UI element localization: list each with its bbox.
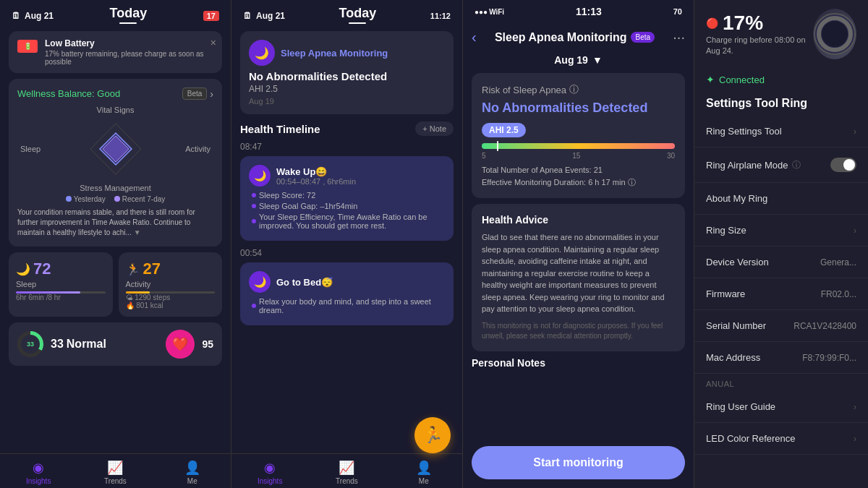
gradient-bar: [482, 143, 675, 149]
panel3-title: Sleep Apnea Monitoring: [495, 31, 627, 44]
event-detail-3: Your Sleep Efficiency, Time Awake Ratio …: [252, 213, 445, 230]
stress-status: Normal: [67, 338, 106, 351]
date-selector-p3[interactable]: Aug 19 ▼: [463, 51, 694, 73]
tab-me-p1[interactable]: 👤 Me: [154, 460, 231, 485]
activity-score: 27: [143, 260, 161, 278]
settings-item-about[interactable]: About My Ring: [694, 183, 868, 215]
tab-insights-label-p1: Insights: [26, 477, 51, 485]
more-button-p3[interactable]: ···: [673, 29, 685, 46]
bar-labels: 5 15 30: [482, 152, 675, 160]
notification-title: Low Battery: [45, 38, 213, 48]
ring-image: [813, 9, 856, 59]
show-more-button[interactable]: ▼: [134, 228, 141, 236]
date-p2: Aug 21: [256, 11, 285, 21]
manual-section-header: anual: [694, 374, 868, 391]
apnea-events: Total Number of Apnea Events: 21: [482, 166, 675, 174]
advice-disclaimer: This monitoring is not for diagnostic pu…: [482, 321, 675, 341]
settings-item-ring-size[interactable]: Ring Size ›: [694, 215, 868, 247]
airplane-toggle[interactable]: [830, 158, 856, 172]
tab-me-p2[interactable]: 👤 Me: [386, 460, 462, 485]
ahi-pill: AHI 2.5: [482, 123, 526, 137]
panel4-title: Settings Tool Ring: [694, 91, 868, 116]
event-detail-2: Sleep Goal Gap: –1hr54min: [252, 202, 445, 210]
bedtime-title: Go to Bed😴: [276, 277, 333, 288]
trends-icon: 📈: [107, 460, 123, 476]
stress-value: 33: [27, 341, 34, 348]
tab-me-label-p1: Me: [187, 477, 197, 485]
activity-sub: 🌤 1290 steps: [126, 294, 216, 301]
tab-trends-label-p2: Trends: [336, 477, 358, 485]
close-notification-button[interactable]: ×: [210, 37, 216, 48]
settings-item-airplane[interactable]: Ring Airplane Mode ⓘ: [694, 147, 868, 183]
tab-insights-p1[interactable]: ◉ Insights: [0, 460, 77, 485]
sleep-metric-card: 🌙 72 Sleep 6hr 6min /8 hr: [9, 252, 113, 317]
settings-item-user-guide[interactable]: Ring User Guide ›: [694, 391, 868, 423]
battery-status-icon: 🔴: [706, 17, 718, 29]
risk-info-icon: ⓘ: [569, 83, 579, 96]
settings-item-ring-tool[interactable]: Ring Settings Tool ›: [694, 116, 868, 147]
mac-address-label: Mac Address: [706, 352, 760, 363]
wakeup-title: Wake Up😄: [276, 166, 356, 177]
bedtime-icon: 🌙: [249, 271, 271, 293]
wellness-card: Wellness Balance: Good Beta › Vital Sign…: [9, 79, 222, 247]
activity-fab[interactable]: 🏃: [414, 417, 451, 453]
wellness-title: Wellness Balance: Good: [17, 88, 120, 99]
status-bar-p1: 🗓 Aug 21 Today 17: [0, 0, 231, 31]
timeline-event-bedtime: 🌙 Go to Bed😴 Relax your body and mind, a…: [240, 262, 454, 325]
health-timeline-header: Health Timeline + Note: [231, 121, 462, 136]
settings-item-serial: Serial Number RCA1V2428400: [694, 310, 868, 342]
sleep-apnea-icon: 🌙: [249, 40, 275, 66]
airplane-info-icon: ⓘ: [792, 159, 801, 171]
tab-trends-p2[interactable]: 📈 Trends: [308, 460, 385, 485]
sleep-label: Sleep: [20, 145, 41, 153]
timeline-event-wakeup: 🌙 Wake Up😄 00:54–08:47 , 6hr6min Sleep S…: [240, 156, 454, 241]
battery-p3: 70: [673, 7, 682, 16]
sleep-metric-icon: 🌙: [16, 262, 30, 276]
signal-p3: ●●●: [475, 8, 488, 16]
beta-badge: Beta: [182, 87, 208, 100]
low-battery-notification: 🔋 Low Battery 17% battery remaining, ple…: [9, 31, 222, 73]
advice-title: Health Advice: [482, 214, 675, 226]
calendar-icon: 🗓: [12, 11, 20, 21]
tab-trends-p1[interactable]: 📈 Trends: [77, 460, 153, 485]
start-monitoring-button[interactable]: Start monitoring: [472, 446, 685, 479]
ahi-value-p2: AHI 2.5: [249, 84, 445, 94]
chevron-led-color: ›: [854, 434, 856, 444]
user-guide-label: Ring User Guide: [706, 401, 775, 412]
ring-airplane-mode-label: Ring Airplane Mode ⓘ: [706, 159, 801, 171]
steps-icon: 🌤: [126, 294, 133, 301]
ring-header: 🔴 17% Charge ring before 08:00 on Aug 24…: [694, 0, 868, 68]
tab-bar-p2: ◉ Insights 📈 Trends 👤 Me: [231, 453, 462, 488]
settings-item-firmware: Firmware FR02.0...: [694, 278, 868, 310]
sleep-apnea-card[interactable]: 🌙 Sleep Apnea Monitoring No Abnormalitie…: [240, 31, 454, 114]
tab-bar-p1: ◉ Insights 📈 Trends 👤 Me: [0, 453, 231, 488]
event-detail-bed-1: Relax your body and mind, and step into …: [252, 297, 445, 314]
tab-insights-p2[interactable]: ◉ Insights: [231, 460, 308, 485]
firmware-label: Firmware: [706, 288, 745, 299]
wakeup-sub: 00:54–08:47 , 6hr6min: [276, 177, 356, 186]
chevron-ring-size: ›: [854, 226, 856, 236]
mac-address-value: F8:79:99:F0...: [802, 353, 856, 363]
stress-display-value: 33: [51, 338, 64, 351]
sleep-apnea-title: Sleep Apnea Monitoring: [281, 48, 388, 59]
status-bar-p2: 🗓 Aug 21 Today 11:12: [231, 0, 462, 31]
no-abnormalities-p2: No Abnormalities Detected: [249, 70, 445, 82]
selected-date-p3: Aug 19: [554, 54, 588, 66]
back-button-p3[interactable]: ‹: [472, 29, 477, 46]
event1-time: 08:47: [240, 142, 454, 152]
tab-trends-label-p1: Trends: [104, 477, 127, 485]
device-version-value: Genera...: [820, 257, 856, 267]
ring-settings-tool-label: Ring Settings Tool: [706, 126, 782, 137]
add-note-button[interactable]: + Note: [415, 121, 454, 136]
device-version-label: Device Version: [706, 257, 769, 267]
battery-icon: 🔋: [17, 40, 38, 53]
settings-list: Ring Settings Tool › Ring Airplane Mode …: [694, 116, 868, 488]
connected-label: Connected: [719, 74, 765, 85]
tab-insights-label-p2: Insights: [258, 477, 282, 485]
wakeup-icon: 🌙: [249, 165, 271, 187]
panel-today: 🗓 Aug 21 Today 11:12 🌙 Sleep Apnea Monit…: [231, 0, 463, 488]
beta-pill-p3: Beta: [631, 32, 655, 43]
settings-item-led-color[interactable]: LED Color Reference ›: [694, 423, 868, 455]
wellness-chevron[interactable]: ›: [210, 88, 213, 100]
personal-notes-title: Personal Notes: [472, 357, 685, 369]
